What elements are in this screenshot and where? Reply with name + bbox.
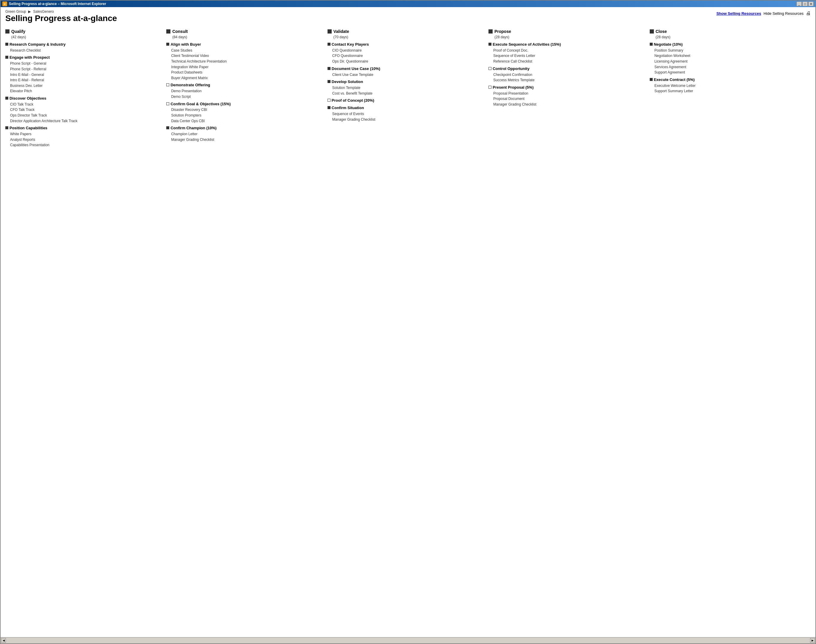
resource-item-consult-0-1[interactable]: Client Testimonial Video [171,54,324,58]
section-header-validate-2: Develop Solution [328,80,485,84]
resource-item-consult-1-1[interactable]: Demo Script [171,95,324,99]
section-title-propose-0: Execute Sequence of Activities (15%) [493,42,561,47]
resource-item-close-0-4[interactable]: Support Agreement [654,70,807,75]
section-title-consult-0: Align with Buyer [170,42,201,47]
resource-item-qualify-1-5[interactable]: Elevator Pitch [10,89,163,94]
resource-item-consult-1-0[interactable]: Demo Presentation [171,89,324,94]
section-title-consult-3: Confirm Champion (10%) [170,126,216,131]
section-icon-consult-0 [166,43,169,46]
section-header-consult-0: Align with Buyer [166,42,324,47]
resource-item-propose-1-1[interactable]: Success Metrics Template [493,78,646,83]
stage-column-propose: Propose(28 days)Execute Sequence of Acti… [488,29,649,107]
resource-item-qualify-1-3[interactable]: Intro E-Mail - Referral [10,78,163,83]
resource-item-close-1-0[interactable]: Executive Welcome Letter [654,84,807,88]
resource-item-qualify-3-0[interactable]: White Papers [10,132,163,137]
stage-icon-propose [488,29,493,34]
resource-item-consult-2-2[interactable]: Data Center Ops CBI [171,119,324,124]
section-icon-validate-2 [328,80,331,83]
stage-title-validate: Validate [334,29,349,34]
resource-item-qualify-1-2[interactable]: Intro E-Mail - General [10,73,163,77]
resource-item-qualify-2-3[interactable]: Director Application Architecture Talk T… [10,119,163,124]
stage-title-propose: Propose [494,29,511,34]
stage-icon-qualify [5,29,9,34]
section-header-validate-3: Proof of Concept (20%) [328,98,485,103]
resource-item-validate-4-1[interactable]: Manager Grading Checklist [332,117,485,122]
section-icon-consult-3 [166,126,169,129]
section-icon-qualify-3 [5,126,8,129]
stage-days-consult: (84 days) [172,35,324,39]
resource-item-consult-0-0[interactable]: Case Studies [171,48,324,53]
resource-item-propose-0-1[interactable]: Sequence of Events Letter [493,54,646,58]
header-right: Show Selling Resources Hide Selling Reso… [716,11,811,16]
resource-item-propose-0-0[interactable]: Proof of Concept Doc. [493,48,646,53]
resource-item-validate-0-0[interactable]: CIO Questionnaire [332,48,485,53]
section-header-validate-4: Confirm Situation [328,106,485,110]
resource-item-propose-2-0[interactable]: Proposal Presentation [493,91,646,96]
scrollbar-area: ◀ ▶ [1,637,815,643]
resource-item-propose-1-0[interactable]: Checkpoint Confirmation [493,73,646,77]
section-header-consult-2: Confirm Goal & Objectives (15%) [166,102,324,107]
section-header-close-0: Negotiate (10%) [650,42,807,47]
resource-item-validate-1-0[interactable]: Client Use Case Template [332,73,485,77]
resource-item-qualify-2-0[interactable]: CIO Talk Track [10,102,163,107]
breadcrumb: Green Group ▶ SalesGenero [5,9,117,14]
resource-item-close-0-3[interactable]: Services Agreement [654,65,807,70]
scroll-left-button[interactable]: ◀ [1,638,6,643]
breadcrumb-part1: Green Group [5,9,26,14]
resource-item-consult-0-2[interactable]: Technical Architecture Presentation [171,59,324,64]
stage-days-qualify: (42 days) [11,35,163,39]
show-selling-resources-link[interactable]: Show Selling Resources [716,11,761,16]
section-title-qualify-2: Discover Objectives [9,96,46,101]
resource-item-validate-4-0[interactable]: Sequence of Events [332,112,485,117]
stage-column-qualify: Qualify(42 days)Research Company & Indus… [5,29,166,149]
resource-item-consult-0-4[interactable]: Product Datasheets [171,70,324,75]
print-icon[interactable]: 🖨 [806,11,811,16]
resource-item-consult-2-1[interactable]: Solution Prompters [171,113,324,118]
resource-item-close-0-1[interactable]: Negotiation Worksheet [654,54,807,58]
resource-item-consult-0-3[interactable]: Integration White Paper [171,65,324,70]
resource-item-consult-0-5[interactable]: Buyer Alignment Matrix [171,76,324,81]
maximize-button[interactable]: □ [802,2,808,6]
resource-item-qualify-1-0[interactable]: Phone Script - General [10,61,163,66]
resource-item-consult-2-0[interactable]: Disaster Recovery CBI [171,107,324,112]
close-button[interactable]: ✕ [808,2,814,6]
title-bar: e Selling Progress at-a-glance – Microso… [1,1,815,7]
title-bar-left: e Selling Progress at-a-glance – Microso… [2,2,106,6]
resource-item-consult-3-0[interactable]: Champion Letter [171,132,324,137]
section-icon-qualify-1 [5,56,8,59]
resource-item-qualify-1-4[interactable]: Business Dev. Letter [10,84,163,88]
resource-item-validate-0-1[interactable]: CFO Questionnaire [332,54,485,58]
section-header-propose-2: Present Proposal (5%) [488,85,646,90]
resource-item-validate-0-2[interactable]: Ops Dir. Questionnaire [332,59,485,64]
resource-item-close-1-1[interactable]: Support Summary Letter [654,89,807,94]
resource-item-qualify-2-2[interactable]: Ops Director Talk Track [10,113,163,118]
hide-selling-resources-link[interactable]: Hide Selling Resources [764,11,804,16]
section-icon-qualify-0 [5,43,8,46]
resource-item-validate-2-1[interactable]: Cost vs. Benefit Template [332,91,485,96]
resource-item-consult-3-1[interactable]: Manager Grading Checklist [171,138,324,142]
section-header-qualify-1: Engage with Prospect [5,55,163,60]
resource-item-validate-2-0[interactable]: Solution Template [332,86,485,90]
section-title-validate-3: Proof of Concept (20%) [332,98,374,103]
section-header-close-1: Execute Contract (5%) [650,77,807,83]
resource-item-qualify-3-2[interactable]: Capabilities Presentation [10,143,163,148]
minimize-button[interactable]: _ [796,2,802,6]
section-title-qualify-0: Research Company & Industry [9,42,66,47]
resource-item-qualify-2-1[interactable]: CFO Talk Track [10,107,163,112]
stage-header-validate: Validate [328,29,485,34]
resource-item-qualify-0-0[interactable]: Research Checklist [10,48,163,53]
stage-header-close: Close [650,29,807,34]
resource-item-propose-0-2[interactable]: Reference Call Checklist [493,59,646,64]
resource-item-propose-2-2[interactable]: Manager Grading Checklist [493,102,646,107]
section-title-close-0: Negotiate (10%) [654,42,683,47]
section-icon-qualify-2 [5,97,8,100]
resource-item-close-0-0[interactable]: Position Summary [654,48,807,53]
resource-item-close-0-2[interactable]: Licensing Agreement [654,59,807,64]
section-header-qualify-2: Discover Objectives [5,96,163,101]
resource-item-propose-2-1[interactable]: Proposal Document [493,97,646,101]
section-title-close-1: Execute Contract (5%) [654,77,695,83]
scroll-right-button[interactable]: ▶ [810,638,815,643]
resource-item-qualify-1-1[interactable]: Phone Script - Referral [10,67,163,72]
resource-item-qualify-3-1[interactable]: Analyst Reports [10,138,163,142]
section-icon-propose-1 [488,67,491,70]
